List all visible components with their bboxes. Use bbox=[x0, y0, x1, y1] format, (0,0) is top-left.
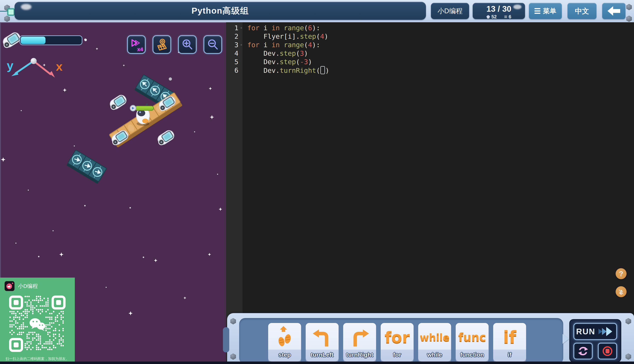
question-mark-icon: ? bbox=[619, 270, 623, 278]
line-number: 6 bbox=[226, 66, 243, 74]
text-cursor bbox=[320, 66, 325, 74]
teal-platform-bottom bbox=[66, 150, 107, 184]
block-if[interactable]: ifif bbox=[493, 323, 526, 362]
block-function[interactable]: funcfunction bbox=[456, 323, 489, 362]
speed-button[interactable]: x4 bbox=[127, 35, 146, 54]
axis-y-label: y bbox=[7, 59, 14, 72]
block-label: while bbox=[427, 351, 442, 362]
bolt-icon bbox=[626, 16, 632, 22]
level-stats: 52 6 bbox=[486, 14, 511, 20]
menu-button-label: 菜单 bbox=[543, 6, 556, 16]
app-window: Python高级组 小D编程 13 / 30 52 6 菜单 中文 bbox=[0, 0, 634, 364]
stars-decoration bbox=[1, 36, 222, 316]
command-toolbar: stepturnLeftturnRightforforwhilewhilefun… bbox=[227, 313, 634, 364]
block-while[interactable]: whilewhile bbox=[418, 323, 451, 362]
map-icon bbox=[155, 38, 168, 51]
battery-item bbox=[108, 93, 128, 111]
code-line[interactable]: 4 Dev.step(3) bbox=[226, 49, 634, 58]
tray-left-tab[interactable] bbox=[223, 327, 229, 352]
mute-notifications-button[interactable] bbox=[615, 286, 626, 297]
block-label: function bbox=[460, 351, 484, 362]
axis-indicator: y x bbox=[7, 58, 63, 78]
bolt-icon bbox=[4, 16, 10, 22]
code-line[interactable]: 5 Dev.step(-3) bbox=[226, 58, 634, 66]
run-button-label: RUN bbox=[576, 327, 595, 336]
zoom-out-button[interactable] bbox=[203, 35, 222, 54]
block-for[interactable]: forfor bbox=[381, 323, 414, 362]
restart-button[interactable] bbox=[573, 343, 593, 360]
help-button[interactable]: ? bbox=[615, 268, 626, 279]
menu-button[interactable]: 菜单 bbox=[529, 3, 562, 19]
lines-count: 6 bbox=[509, 14, 511, 20]
zoom-in-icon bbox=[181, 38, 194, 51]
level-counter: 13 / 30 bbox=[486, 4, 511, 14]
qr-panel: ✦ 小D编程 bbox=[0, 278, 75, 364]
code-lines[interactable]: 1for i in range(6):2 Flyer[i].step(4)3fo… bbox=[226, 24, 634, 74]
code-line[interactable]: 2 Flyer[i].step(4) bbox=[226, 32, 634, 41]
block-label: for bbox=[393, 351, 401, 362]
bell-muted-icon bbox=[617, 288, 625, 295]
bolt-icon bbox=[625, 354, 631, 360]
level-progress-button[interactable]: 13 / 30 52 6 bbox=[473, 3, 525, 19]
block-turnLeft[interactable]: turnLeft bbox=[306, 323, 339, 362]
qr-code bbox=[8, 294, 67, 353]
lines-icon bbox=[504, 14, 507, 20]
gloss-highlight bbox=[513, 4, 521, 9]
stop-button[interactable] bbox=[598, 343, 617, 360]
for-icon: for bbox=[381, 323, 414, 351]
gem-icon bbox=[486, 15, 490, 18]
page-title: Python高级组 bbox=[192, 5, 249, 16]
brand-button[interactable]: 小D编程 bbox=[431, 3, 469, 19]
language-button[interactable]: 中文 bbox=[567, 3, 596, 19]
battery-item bbox=[156, 129, 176, 146]
bolt-icon bbox=[626, 4, 632, 10]
stop-icon bbox=[602, 346, 613, 357]
while-icon: while bbox=[418, 323, 451, 351]
back-button[interactable] bbox=[602, 3, 625, 19]
bottom-edge bbox=[0, 362, 634, 364]
block-tray: stepturnLeftturnRightforforwhilewhilefun… bbox=[239, 318, 563, 364]
gem-count: 52 bbox=[491, 14, 497, 20]
run-arrows-icon bbox=[598, 326, 614, 337]
level-title-bar: Python高级组 bbox=[15, 2, 426, 20]
run-button[interactable]: RUN bbox=[573, 323, 617, 340]
axis-x-label: x bbox=[56, 60, 63, 73]
code-line[interactable]: 1for i in range(6): bbox=[226, 24, 634, 32]
robot-progress-bar bbox=[130, 105, 154, 111]
bolt-icon bbox=[230, 354, 236, 360]
step-icon bbox=[268, 323, 301, 351]
wechat-logo-icon bbox=[30, 318, 45, 331]
code-line[interactable]: 3for i in range(4): bbox=[226, 41, 634, 49]
top-bar: Python高级组 小D编程 13 / 30 52 6 菜单 中文 bbox=[0, 0, 634, 23]
qr-app-name: 小D编程 bbox=[18, 282, 38, 290]
run-panel: RUN bbox=[569, 319, 621, 362]
qr-caption: 扫一扫上面的二维码图案，加我为朋友。 bbox=[0, 356, 75, 361]
line-number: 4 bbox=[226, 49, 243, 58]
chip-icon bbox=[8, 8, 15, 16]
restart-icon bbox=[577, 346, 589, 357]
back-arrow-icon bbox=[607, 6, 620, 16]
qr-header: ✦ 小D编程 bbox=[5, 281, 38, 291]
code-editor[interactable]: 1for i in range(6):2 Flyer[i].step(4)3fo… bbox=[226, 22, 634, 364]
energy-fill bbox=[21, 36, 46, 44]
block-label: if bbox=[508, 351, 512, 362]
bolt-icon bbox=[625, 318, 631, 324]
block-label: turnLeft bbox=[311, 351, 334, 362]
wire-decoration bbox=[0, 11, 8, 12]
language-button-label: 中文 bbox=[575, 6, 589, 16]
game-viewport[interactable]: y x x4 bbox=[0, 22, 226, 364]
code-line[interactable]: 6 Dev.turnRight() bbox=[226, 66, 634, 74]
tray-scroll-right-arrow[interactable] bbox=[562, 334, 569, 344]
zoom-in-button[interactable] bbox=[178, 35, 197, 54]
energy-hud bbox=[1, 31, 87, 49]
line-number: 5 bbox=[226, 58, 243, 66]
map-button[interactable] bbox=[152, 35, 171, 54]
block-label: turnRight bbox=[346, 351, 373, 362]
block-turnRight[interactable]: turnRight bbox=[343, 323, 376, 362]
turnRight-icon bbox=[343, 323, 376, 351]
block-step[interactable]: step bbox=[268, 323, 301, 362]
brand-button-label: 小D编程 bbox=[437, 6, 462, 16]
gloss-highlight bbox=[21, 4, 32, 10]
if-icon: if bbox=[493, 323, 526, 351]
line-number: 2 bbox=[226, 32, 243, 41]
